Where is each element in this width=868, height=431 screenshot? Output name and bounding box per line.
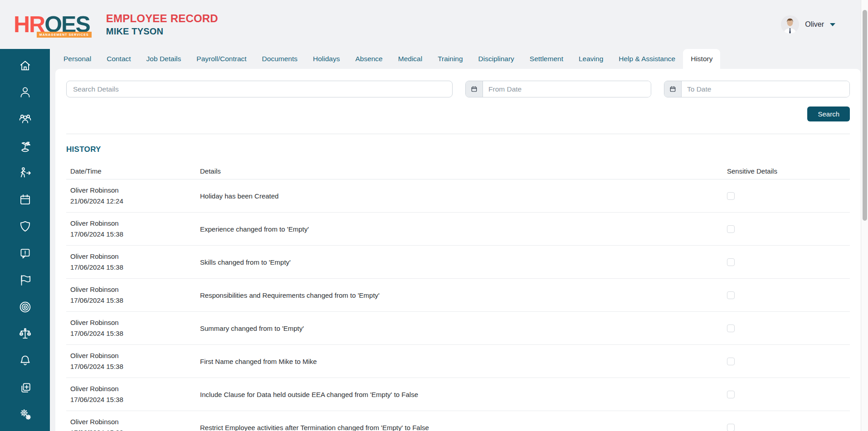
palm-tree-icon <box>18 139 32 155</box>
sensitive-checkbox[interactable] <box>727 424 735 431</box>
sidebar-item-settings[interactable] <box>15 407 35 425</box>
row-user-name: Oliver Robinson <box>70 317 200 328</box>
vertical-scrollbar[interactable] <box>861 0 868 431</box>
sidebar-nav <box>0 49 50 431</box>
sidebar-item-calendar[interactable] <box>15 191 35 209</box>
tab-leaving[interactable]: Leaving <box>571 49 611 69</box>
row-user-name: Oliver Robinson <box>70 251 200 262</box>
sensitive-checkbox[interactable] <box>727 258 735 266</box>
page-title-record: EMPLOYEE RECORD <box>106 12 218 25</box>
table-header-row: Date/Time Details Sensitive Details <box>66 163 850 179</box>
tab-bar: PersonalContactJob DetailsPayroll/Contra… <box>55 49 861 69</box>
sidebar-item-leavers[interactable] <box>15 165 35 183</box>
sidebar-item-security[interactable] <box>15 218 35 237</box>
row-user-name: Oliver Robinson <box>70 350 200 361</box>
medical-card-icon <box>18 381 32 397</box>
page-title: EMPLOYEE RECORD MIKE TYSON <box>106 12 218 37</box>
sensitive-checkbox[interactable] <box>727 225 735 233</box>
row-datetime: 17/06/2024 15:38 <box>70 262 200 273</box>
column-header-details: Details <box>200 167 727 175</box>
row-user-name: Oliver Robinson <box>70 383 200 394</box>
tab-personal[interactable]: Personal <box>56 49 99 69</box>
row-details: Restrict Employee activities after Termi… <box>200 424 727 431</box>
sidebar-item-goals[interactable] <box>15 299 35 317</box>
search-button[interactable]: Search <box>807 107 850 121</box>
table-row: Oliver Robinson 17/06/2024 15:38 Skills … <box>66 246 850 279</box>
user-menu[interactable]: Oliver <box>781 15 848 34</box>
tab-settlement[interactable]: Settlement <box>522 49 571 69</box>
row-datetime: 17/06/2024 15:38 <box>70 229 200 240</box>
home-icon <box>18 58 32 74</box>
tab-job-details[interactable]: Job Details <box>139 49 189 69</box>
calendar-icon[interactable] <box>664 81 682 97</box>
row-details: First Name changed from Mike to Mike <box>200 358 727 365</box>
tab-help-assistance[interactable]: Help & Assistance <box>611 49 683 69</box>
tab-disciplinary[interactable]: Disciplinary <box>471 49 522 69</box>
row-details: Skills changed from to 'Empty' <box>200 258 727 266</box>
row-user-name: Oliver Robinson <box>70 416 200 427</box>
target-icon <box>18 300 32 316</box>
scrollbar-thumb[interactable] <box>863 10 867 221</box>
hroes-logo: HROES MANAGEMENT SERVICES <box>14 13 90 36</box>
scales-icon <box>18 327 32 343</box>
sensitive-checkbox[interactable] <box>727 192 735 200</box>
row-details: Experience changed from to 'Empty' <box>200 225 727 233</box>
tab-history[interactable]: History <box>683 49 720 69</box>
column-header-sensitive: Sensitive Details <box>727 167 850 175</box>
row-user-name: Oliver Robinson <box>70 218 200 229</box>
sidebar-item-employee[interactable] <box>15 84 35 102</box>
sidebar-item-team[interactable] <box>15 111 35 129</box>
calendar-icon[interactable] <box>466 81 483 97</box>
table-row: Oliver Robinson 17/06/2024 15:38 First N… <box>66 345 850 378</box>
table-row: Oliver Robinson 21/06/2024 12:24 Holiday… <box>66 179 850 213</box>
gears-icon <box>18 407 32 423</box>
row-details: Summary changed from to 'Empty' <box>200 324 727 332</box>
chevron-down-icon <box>830 23 835 26</box>
column-header-datetime: Date/Time <box>66 167 200 175</box>
from-date-input[interactable] <box>483 81 651 97</box>
row-datetime: 17/06/2024 15:38 <box>70 394 200 405</box>
avatar <box>781 15 799 34</box>
logo-tagline: MANAGEMENT SERVICES <box>37 32 92 38</box>
content-panel: Search HISTORY Date/Time Details Sensiti… <box>55 69 861 431</box>
tab-training[interactable]: Training <box>430 49 470 69</box>
user-name: Oliver <box>805 20 824 29</box>
sidebar-item-medical[interactable] <box>15 380 35 398</box>
row-datetime: 17/06/2024 15:38 <box>70 295 200 306</box>
sidebar-item-legal[interactable] <box>15 326 35 344</box>
sidebar-item-holidays[interactable] <box>15 138 35 156</box>
tab-medical[interactable]: Medical <box>390 49 430 69</box>
calendar-icon <box>18 193 32 208</box>
to-date-field <box>664 81 850 97</box>
sensitive-checkbox[interactable] <box>727 358 735 365</box>
app-header: HROES MANAGEMENT SERVICES EMPLOYEE RECOR… <box>0 0 868 49</box>
sensitive-checkbox[interactable] <box>727 391 735 398</box>
search-controls <box>66 81 850 97</box>
tab-payroll-contract[interactable]: Payroll/Contract <box>189 49 254 69</box>
table-row: Oliver Robinson 17/06/2024 15:38 Experie… <box>66 213 850 246</box>
history-section-title: HISTORY <box>66 145 850 154</box>
section-divider <box>66 134 850 134</box>
sidebar-item-issues[interactable] <box>15 245 35 263</box>
sidebar-item-notifications[interactable] <box>15 353 35 371</box>
sidebar-item-flags[interactable] <box>15 272 35 290</box>
row-user-name: Oliver Robinson <box>70 284 200 295</box>
search-details-input[interactable] <box>66 81 453 97</box>
tab-documents[interactable]: Documents <box>254 49 305 69</box>
table-row: Oliver Robinson 17/06/2024 15:38 Summary… <box>66 312 850 345</box>
row-details: Holiday has been Created <box>200 192 727 200</box>
tab-absence[interactable]: Absence <box>347 49 390 69</box>
table-row: Oliver Robinson 17/06/2024 15:38 Restric… <box>66 411 850 431</box>
tab-holidays[interactable]: Holidays <box>305 49 347 69</box>
tab-contact[interactable]: Contact <box>99 49 138 69</box>
row-details: Include Clause for Data held outside EEA… <box>200 391 727 398</box>
users-group-icon <box>18 112 32 128</box>
to-date-input[interactable] <box>682 81 849 97</box>
user-icon <box>18 85 32 101</box>
flag-icon <box>18 273 32 289</box>
sidebar-item-home[interactable] <box>15 57 35 75</box>
sensitive-checkbox[interactable] <box>727 291 735 299</box>
person-leaving-icon <box>18 166 32 182</box>
sensitive-checkbox[interactable] <box>727 324 735 332</box>
bell-icon <box>18 354 32 370</box>
